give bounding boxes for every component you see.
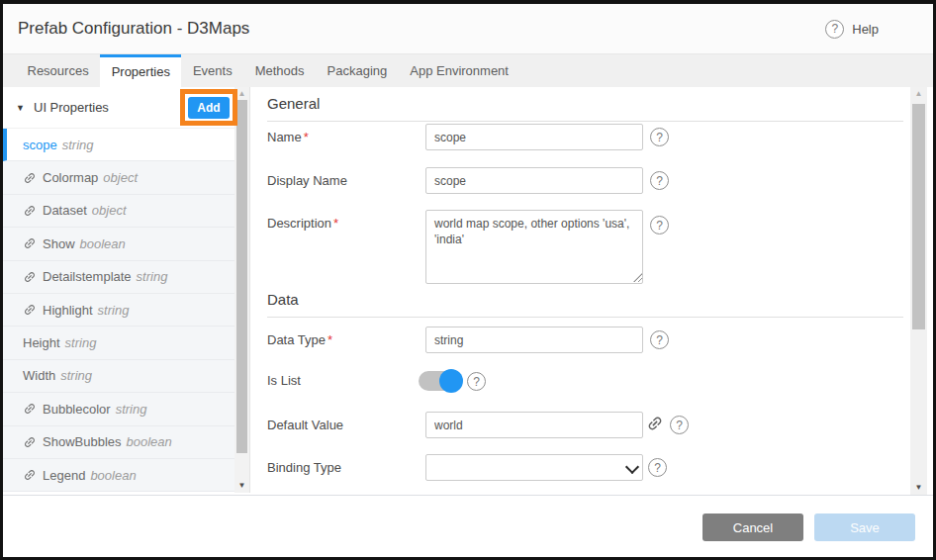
sidebar-item-bubblecolor[interactable]: Bubblecolorstring xyxy=(3,393,234,425)
required-marker: * xyxy=(328,332,332,347)
required-marker: * xyxy=(333,216,338,231)
property-type: string xyxy=(116,402,147,417)
tab-properties[interactable]: Properties xyxy=(100,54,181,87)
footer-divider xyxy=(3,495,933,496)
property-type: string xyxy=(98,303,130,318)
link-icon xyxy=(23,468,37,482)
property-type: string xyxy=(60,368,92,383)
link-icon xyxy=(23,270,37,284)
tab-methods[interactable]: Methods xyxy=(243,54,316,87)
data-type-help-icon[interactable]: ? xyxy=(650,330,669,349)
scroll-down-icon[interactable]: ▼ xyxy=(234,480,249,492)
form-scrollbar[interactable]: ▲ ▼ xyxy=(910,87,927,495)
form-scrollbar-thumb[interactable] xyxy=(912,104,925,329)
binding-type-select[interactable] xyxy=(425,454,643,481)
is-list-label: Is List xyxy=(267,369,301,393)
save-button[interactable]: Save xyxy=(814,513,915,541)
display-name-help-icon[interactable]: ? xyxy=(650,171,669,190)
required-marker: * xyxy=(304,130,309,144)
data-type-input[interactable] xyxy=(425,327,643,353)
property-name: Bubblecolor xyxy=(43,402,111,417)
property-form: General Name* ? Display Name ? Descripti… xyxy=(250,87,907,495)
tab-app-environment[interactable]: App Environment xyxy=(399,54,520,87)
scroll-up-icon[interactable]: ▲ xyxy=(234,88,249,100)
data-type-label: Data Type* xyxy=(267,327,332,353)
property-type: string xyxy=(65,335,97,350)
toggle-knob[interactable] xyxy=(439,369,463,393)
name-label: Name* xyxy=(267,124,309,150)
property-name: Colormap xyxy=(43,170,98,185)
ui-properties-header[interactable]: ▼ UI Properties Add xyxy=(3,87,234,129)
general-section-title: General xyxy=(267,95,903,122)
property-type: boolean xyxy=(80,236,126,251)
title-bar: Prefab Configuration - D3Maps ? Help xyxy=(3,4,933,54)
display-name-input[interactable] xyxy=(425,167,643,194)
tab-packaging[interactable]: Packaging xyxy=(316,54,399,87)
name-help-icon[interactable]: ? xyxy=(650,128,669,146)
binding-type-label: Binding Type xyxy=(267,454,341,481)
property-type: string xyxy=(62,138,94,152)
property-name: Legend xyxy=(43,468,85,483)
is-list-toggle[interactable] xyxy=(419,371,460,391)
cancel-button[interactable]: Cancel xyxy=(702,513,803,541)
tab-events[interactable]: Events xyxy=(181,54,243,87)
tab-bar: Resources Properties Events Methods Pack… xyxy=(3,54,933,87)
help-label: Help xyxy=(852,22,879,37)
help-button[interactable]: ? Help xyxy=(825,4,879,53)
default-value-input[interactable] xyxy=(425,412,643,438)
collapse-caret-icon[interactable]: ▼ xyxy=(16,103,25,113)
tab-resources[interactable]: Resources xyxy=(16,54,100,87)
prefab-configuration-dialog: Prefab Configuration - D3Maps ? Help Res… xyxy=(0,0,936,560)
display-name-label: Display Name xyxy=(267,167,347,194)
properties-sidebar: ▼ UI Properties Add scopestringColormapo… xyxy=(3,87,234,493)
sidebar-scrollbar[interactable]: ▲ ▼ xyxy=(234,87,250,493)
dialog-title: Prefab Configuration - D3Maps xyxy=(18,4,249,53)
link-icon xyxy=(23,236,37,250)
ui-properties-label: UI Properties xyxy=(34,87,109,129)
description-help-icon[interactable]: ? xyxy=(650,216,669,234)
scroll-down-icon[interactable]: ▼ xyxy=(910,482,927,494)
is-list-help-icon[interactable]: ? xyxy=(467,372,486,391)
sidebar-item-detailstemplate[interactable]: Detailstemplatestring xyxy=(3,261,234,294)
sidebar-item-highlight[interactable]: Highlightstring xyxy=(3,294,234,327)
sidebar-item-width[interactable]: Widthstring xyxy=(3,360,234,393)
property-type: string xyxy=(137,269,168,284)
link-icon xyxy=(23,171,37,185)
sidebar-item-legend[interactable]: Legendboolean xyxy=(3,459,234,492)
property-name: Detailstemplate xyxy=(43,269,132,284)
property-type: object xyxy=(103,170,138,185)
sidebar-item-show[interactable]: Showboolean xyxy=(3,228,234,260)
link-icon xyxy=(23,402,37,416)
link-icon xyxy=(23,303,37,317)
property-type: boolean xyxy=(90,468,136,483)
scroll-up-icon[interactable]: ▲ xyxy=(910,88,927,100)
property-name: ShowBubbles xyxy=(43,434,122,449)
name-input[interactable] xyxy=(425,124,643,150)
sidebar-item-dataset[interactable]: Datasetobject xyxy=(3,195,234,228)
default-value-label: Default Value xyxy=(267,412,343,438)
property-type: object xyxy=(92,203,127,218)
description-textarea[interactable]: world map scope, other options 'usa', 'i… xyxy=(425,210,643,284)
property-name: Height xyxy=(23,335,60,350)
link-icon xyxy=(23,204,37,218)
sidebar-item-colormap[interactable]: Colormapobject xyxy=(3,161,234,194)
add-property-button[interactable]: Add xyxy=(188,97,230,119)
bind-link-icon[interactable] xyxy=(646,415,664,436)
property-name: Highlight xyxy=(43,303,93,318)
sidebar-item-scope[interactable]: scopestring xyxy=(3,129,234,161)
property-type: boolean xyxy=(127,434,172,449)
description-label: Description* xyxy=(267,210,338,236)
property-name: Width xyxy=(23,368,55,383)
property-list: scopestringColormapobjectDatasetobjectSh… xyxy=(3,129,234,492)
default-value-help-icon[interactable]: ? xyxy=(670,416,689,434)
property-name: scope xyxy=(23,138,57,152)
property-name: Dataset xyxy=(43,203,87,218)
sidebar-scrollbar-thumb[interactable] xyxy=(236,100,247,453)
binding-type-help-icon[interactable]: ? xyxy=(648,458,667,477)
sidebar-item-showbubbles[interactable]: ShowBubblesboolean xyxy=(3,426,234,459)
property-name: Show xyxy=(43,236,75,251)
data-section-title: Data xyxy=(267,291,903,318)
help-icon[interactable]: ? xyxy=(825,20,844,39)
link-icon xyxy=(23,435,37,449)
sidebar-item-height[interactable]: Heightstring xyxy=(3,327,234,359)
